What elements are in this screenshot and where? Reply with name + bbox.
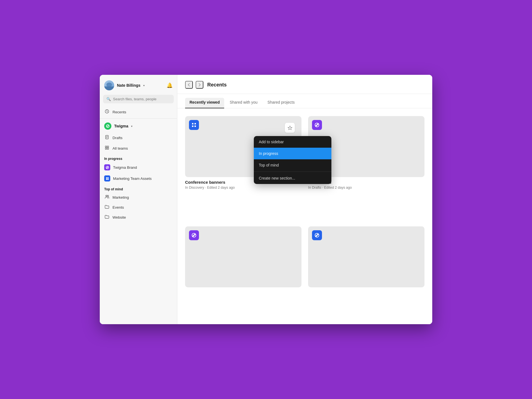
user-name: Nate Billings [117, 83, 140, 88]
dropdown-in-progress[interactable]: In progress [254, 148, 331, 159]
doc-icon [104, 135, 110, 140]
svg-rect-3 [107, 146, 109, 147]
app-window: Nate Billings ▾ 🔔 🔍 Recents [100, 75, 432, 324]
sidebar-item-twigma-brand[interactable]: Twigma Brand [100, 162, 177, 173]
grid-icon [104, 145, 110, 151]
card-meta-banner-riffs: In Drafts · Edited 2 days ago [308, 186, 424, 190]
sidebar-item-recents[interactable]: Recents [100, 107, 177, 117]
dropdown-create-new-section[interactable]: Create new section... [254, 172, 331, 184]
main-content: Recents Recently viewed Shared with you … [177, 75, 432, 324]
twigma-brand-icon [104, 164, 110, 170]
card-badge-purple [312, 120, 322, 130]
sidebar-divider [100, 118, 177, 119]
marketing-label: Marketing [112, 195, 129, 200]
star-button[interactable] [285, 123, 295, 133]
tab-recently-viewed[interactable]: Recently viewed [185, 98, 224, 108]
card-4 [308, 226, 424, 316]
top-of-mind-section-label: Top of mind [100, 184, 177, 192]
sidebar-item-drafts[interactable]: Drafts [100, 132, 177, 143]
clock-icon [104, 109, 110, 115]
card-preview-3 [185, 226, 301, 287]
sidebar-item-marketing-assets[interactable]: Marketing Team Assets [100, 173, 177, 184]
workspace-header[interactable]: Twigma ▾ [100, 120, 177, 132]
search-bar[interactable]: 🔍 [103, 95, 174, 103]
card-badge-purple-2 [189, 230, 199, 240]
card-3 [185, 226, 301, 316]
sidebar-item-marketing[interactable]: Marketing [100, 192, 177, 202]
workspace-icon [104, 122, 111, 130]
svg-rect-5 [107, 148, 109, 149]
search-icon: 🔍 [106, 97, 111, 101]
sidebar-item-all-teams[interactable]: All teams [100, 143, 177, 154]
marketing-assets-icon [104, 175, 110, 181]
drafts-label: Drafts [112, 136, 122, 140]
dropdown-top-of-mind[interactable]: Top of mind [254, 159, 331, 171]
svg-rect-2 [105, 146, 107, 147]
page-title: Recents [207, 82, 227, 88]
cards-grid: Add to sidebar In progress Top of mind C… [177, 108, 432, 324]
in-progress-section-label: In progress [100, 154, 177, 162]
all-teams-label: All teams [112, 146, 128, 150]
dropdown-add-to-sidebar[interactable]: Add to sidebar [254, 136, 331, 148]
card-badge-blue [189, 120, 199, 130]
workspace-chevron-icon: ▾ [131, 125, 132, 128]
avatar [104, 80, 114, 90]
notification-bell-icon[interactable]: 🔔 [167, 82, 173, 88]
sidebar: Nate Billings ▾ 🔔 🔍 Recents [100, 75, 177, 324]
tab-shared-projects[interactable]: Shared projects [263, 98, 299, 108]
svg-point-6 [106, 195, 107, 197]
marketing-assets-label: Marketing Team Assets [113, 177, 152, 181]
chevron-down-icon: ▾ [143, 84, 145, 87]
sidebar-item-website[interactable]: Website [100, 212, 177, 222]
card-badge-blue-2 [312, 230, 322, 240]
events-label: Events [112, 205, 124, 209]
website-label: Website [112, 215, 126, 219]
svg-point-7 [107, 195, 109, 197]
forward-button[interactable] [196, 81, 203, 89]
recents-label: Recents [112, 110, 126, 114]
svg-rect-4 [105, 148, 107, 149]
back-button[interactable] [185, 81, 193, 89]
topbar: Recents [177, 75, 432, 94]
user-menu[interactable]: Nate Billings ▾ [104, 80, 145, 90]
sidebar-header: Nate Billings ▾ 🔔 [100, 75, 177, 95]
search-input[interactable] [113, 97, 170, 101]
people-icon [104, 195, 110, 200]
tabs-bar: Recently viewed Shared with you Shared p… [177, 94, 432, 108]
twigma-brand-label: Twigma Brand [113, 165, 137, 170]
card-preview-4 [308, 226, 424, 287]
card-conference-banners: Add to sidebar In progress Top of mind C… [185, 116, 301, 220]
card-preview-conference-banners: Add to sidebar In progress Top of mind C… [185, 116, 301, 177]
tab-shared-with-you[interactable]: Shared with you [225, 98, 262, 108]
context-dropdown-menu: Add to sidebar In progress Top of mind C… [254, 136, 331, 184]
workspace-name: Twigma [114, 124, 128, 128]
dropdown-divider [254, 172, 331, 172]
sidebar-item-events[interactable]: Events [100, 202, 177, 212]
card-meta-conference-banners: In Discovery · Edited 2 days ago [185, 186, 301, 190]
folder-2-icon [104, 215, 110, 220]
folder-icon [104, 205, 110, 210]
